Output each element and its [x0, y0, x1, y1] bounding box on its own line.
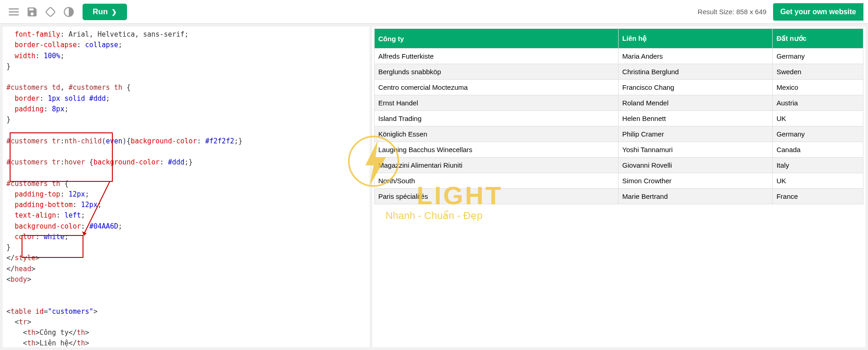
result-size-label: Result Size: 858 x 649 — [698, 8, 767, 16]
preview-pane: Công tyLiên hệĐất nước Alfreds Futterkis… — [372, 27, 865, 347]
table-row: Laughing Bacchus WinecellarsYoshi Tannam… — [375, 142, 863, 158]
table-row: Königlich EssenPhilip CramerGermany — [375, 126, 863, 142]
table-cell: Germany — [773, 126, 863, 142]
table-cell: Philip Cramer — [619, 126, 773, 142]
table-header: Liên hệ — [619, 29, 773, 49]
table-cell: UK — [773, 111, 863, 126]
table-cell: France — [773, 189, 863, 204]
run-label: Run — [93, 7, 108, 16]
table-cell: Roland Mendel — [619, 95, 773, 111]
table-row: North/SouthSimon CrowtherUK — [375, 173, 863, 189]
table-cell: Mexico — [773, 80, 863, 95]
table-header: Công ty — [375, 29, 619, 49]
table-cell: Centro comercial Moctezuma — [375, 80, 619, 95]
table-cell: UK — [773, 173, 863, 189]
table-cell: Alfreds Futterkiste — [375, 49, 619, 64]
code-content[interactable]: font-family: Arial, Helvetica, sans-seri… — [3, 27, 370, 347]
table-cell: Maria Anders — [619, 49, 773, 64]
table-cell: Helen Bennett — [619, 111, 773, 126]
table-cell: Paris spécialités — [375, 189, 619, 204]
table-cell: Königlich Essen — [375, 126, 619, 142]
table-cell: Germany — [773, 49, 863, 64]
table-row: Berglunds snabbköpChristina BerglundSwed… — [375, 64, 863, 80]
toolbar: Run ❯ Result Size: 858 x 649 Get your ow… — [0, 0, 868, 24]
table-cell: Island Trading — [375, 111, 619, 126]
table-body: Alfreds FutterkisteMaria AndersGermanyBe… — [375, 49, 863, 204]
table-row: Centro comercial MoctezumaFrancisco Chan… — [375, 80, 863, 95]
table-row: Magazzini Alimentari RiunitiGiovanni Rov… — [375, 158, 863, 173]
table-cell: Yoshi Tannamuri — [619, 142, 773, 158]
table-row: Ernst HandelRoland MendelAustria — [375, 95, 863, 111]
theme-icon[interactable] — [60, 3, 78, 21]
table-cell: Italy — [773, 158, 863, 173]
table-cell: Magazzini Alimentari Riuniti — [375, 158, 619, 173]
save-icon[interactable] — [23, 3, 41, 21]
table-cell: Francisco Chang — [619, 80, 773, 95]
code-editor-pane[interactable]: font-family: Arial, Helvetica, sans-seri… — [3, 27, 370, 347]
table-row: Island TradingHelen BennettUK — [375, 111, 863, 126]
table-cell: Marie Bertrand — [619, 189, 773, 204]
table-cell: Christina Berglund — [619, 64, 773, 80]
table-cell: Austria — [773, 95, 863, 111]
table-cell: Giovanni Rovelli — [619, 158, 773, 173]
table-cell: Sweden — [773, 64, 863, 80]
table-cell: Canada — [773, 142, 863, 158]
table-cell: Ernst Handel — [375, 95, 619, 111]
table-row: Paris spécialitésMarie BertrandFrance — [375, 189, 863, 204]
table-row: Alfreds FutterkisteMaria AndersGermany — [375, 49, 863, 64]
rotate-icon[interactable] — [41, 3, 60, 21]
menu-icon[interactable] — [5, 3, 23, 21]
chevron-right-icon: ❯ — [111, 8, 117, 16]
table-cell: Berglunds snabbköp — [375, 64, 619, 80]
table-cell: Laughing Bacchus Winecellars — [375, 142, 619, 158]
table-cell: Simon Crowther — [619, 173, 773, 189]
table-header: Đất nước — [773, 29, 863, 49]
customers-table: Công tyLiên hệĐất nước Alfreds Futterkis… — [374, 28, 863, 204]
table-cell: North/South — [375, 173, 619, 189]
table-header-row: Công tyLiên hệĐất nước — [375, 29, 863, 49]
svg-rect-0 — [45, 7, 55, 16]
cta-button[interactable]: Get your own website — [773, 3, 863, 21]
run-button[interactable]: Run ❯ — [83, 4, 127, 20]
